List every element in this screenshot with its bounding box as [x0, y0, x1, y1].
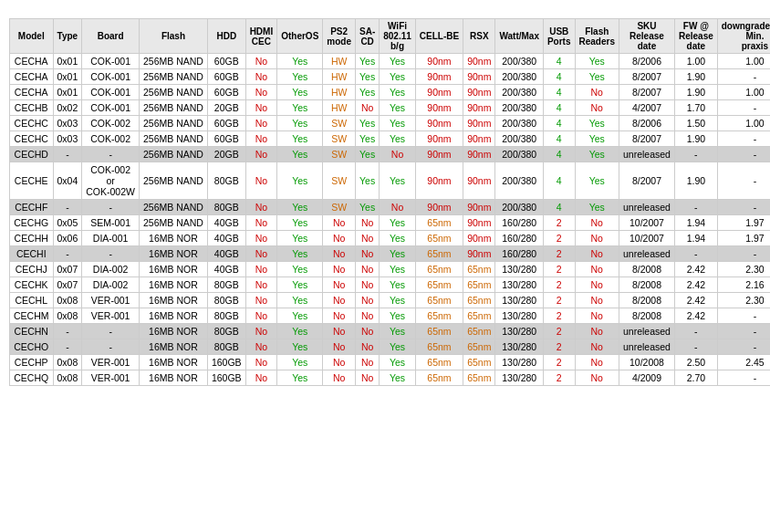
cell-sku_release: 8/2008 [619, 308, 674, 324]
cell-flash_readers: No [575, 277, 619, 293]
cell-model: CECHL [10, 293, 54, 308]
cell-hdmi: No [245, 370, 277, 386]
cell-fw_release: 2.70 [674, 370, 717, 386]
cell-flash_readers: Yes [575, 54, 619, 69]
cell-downgradeable: 2.30 [717, 262, 770, 277]
cell-ps2: HW [323, 54, 356, 69]
cell-hdd: 40GB [207, 262, 245, 277]
cell-sacd: Yes [355, 162, 379, 200]
cell-wifi: No [380, 200, 416, 215]
cell-downgradeable: 2.45 [717, 355, 770, 370]
cell-board: DIA-002 [82, 262, 140, 277]
cell-cell: 90nm [415, 162, 463, 200]
cell-watt: 130/280 [495, 370, 544, 386]
cell-wifi: Yes [380, 277, 416, 293]
cell-hdmi: No [245, 308, 277, 324]
table-row: CECHD--256MB NAND20GBNoYesSWYesNo90nm90n… [10, 147, 771, 162]
cell-fw_release: 1.90 [674, 85, 717, 100]
cell-ps2: No [323, 308, 356, 324]
cell-type: 0x06 [53, 231, 82, 246]
cell-wifi: Yes [380, 339, 416, 355]
cell-hdd: 20GB [207, 100, 245, 116]
cell-model: CECHO [10, 339, 54, 355]
cell-board: COK-001 [82, 85, 140, 100]
cell-rsx: 65nm [463, 293, 495, 308]
cell-otheros: Yes [277, 100, 323, 116]
cell-flash_readers: No [575, 339, 619, 355]
cell-wifi: Yes [380, 100, 416, 116]
cell-cell: 65nm [415, 231, 463, 246]
cell-model: CECHC [10, 131, 54, 147]
cell-hdd: 40GB [207, 246, 245, 262]
col-downgradeable: downgrade­ableMin.praxis [717, 19, 770, 54]
cell-usb: 4 [543, 131, 575, 147]
cell-board: SEM-001 [82, 215, 140, 231]
col-model: Model [10, 19, 54, 54]
cell-hdd: 80GB [207, 162, 245, 200]
cell-flash_readers: Yes [575, 69, 619, 85]
cell-fw_release: 1.50 [674, 116, 717, 131]
cell-hdmi: No [245, 324, 277, 339]
cell-usb: 2 [543, 355, 575, 370]
cell-model: CECHG [10, 215, 54, 231]
cell-usb: 2 [543, 246, 575, 262]
cell-otheros: Yes [277, 69, 323, 85]
cell-type: 0x08 [53, 293, 82, 308]
cell-ps2: SW [323, 147, 356, 162]
table-row: CECHA0x01COK-001256MB NAND60GBNoYesHWYes… [10, 54, 771, 69]
cell-otheros: Yes [277, 324, 323, 339]
cell-usb: 2 [543, 277, 575, 293]
cell-otheros: Yes [277, 308, 323, 324]
cell-downgradeable: - [717, 200, 770, 215]
cell-fw_release: - [674, 339, 717, 355]
cell-flash_readers: No [575, 293, 619, 308]
col-cell: CELL-BE [415, 19, 463, 54]
table-row: CECHI--16MB NOR40GBNoYesNoNoYes65nm90nm1… [10, 246, 771, 262]
cell-board: - [82, 147, 140, 162]
cell-hdmi: No [245, 262, 277, 277]
cell-otheros: Yes [277, 370, 323, 386]
cell-sacd: No [355, 324, 379, 339]
cell-fw_release: 1.94 [674, 215, 717, 231]
cell-wifi: Yes [380, 262, 416, 277]
cell-usb: 2 [543, 231, 575, 246]
cell-hdd: 20GB [207, 147, 245, 162]
cell-usb: 4 [543, 162, 575, 200]
cell-hdmi: No [245, 339, 277, 355]
cell-ps2: No [323, 355, 356, 370]
cell-watt: 130/280 [495, 262, 544, 277]
cell-hdd: 80GB [207, 308, 245, 324]
cell-rsx: 65nm [463, 308, 495, 324]
cell-watt: 130/280 [495, 324, 544, 339]
cell-hdmi: No [245, 69, 277, 85]
cell-fw_release: - [674, 324, 717, 339]
cell-model: CECHP [10, 355, 54, 370]
cell-sacd: No [355, 293, 379, 308]
col-sku-release: SKUReleasedate [619, 19, 674, 54]
cell-downgradeable: 1.97 [717, 231, 770, 246]
cell-fw_release: 1.90 [674, 162, 717, 200]
cell-downgradeable: 1.00 [717, 85, 770, 100]
cell-sacd: No [355, 339, 379, 355]
cell-sku_release: 10/2007 [619, 231, 674, 246]
cell-board: VER-001 [82, 293, 140, 308]
cell-watt: 130/280 [495, 293, 544, 308]
cell-ps2: SW [323, 200, 356, 215]
cell-hdd: 60GB [207, 116, 245, 131]
table-row: CECHJ0x07DIA-00216MB NOR40GBNoYesNoNoYes… [10, 262, 771, 277]
cell-sacd: Yes [355, 69, 379, 85]
cell-model: CECHQ [10, 370, 54, 386]
cell-flash: 256MB NAND [139, 116, 207, 131]
cell-rsx: 90nm [463, 100, 495, 116]
cell-model: CECHC [10, 116, 54, 131]
cell-hdd: 80GB [207, 324, 245, 339]
cell-cell: 90nm [415, 116, 463, 131]
cell-rsx: 65nm [463, 370, 495, 386]
cell-wifi: Yes [380, 308, 416, 324]
cell-otheros: Yes [277, 131, 323, 147]
cell-cell: 65nm [415, 215, 463, 231]
cell-flash: 256MB NAND [139, 69, 207, 85]
cell-flash: 16MB NOR [139, 277, 207, 293]
cell-wifi: Yes [380, 370, 416, 386]
cell-type: - [53, 324, 82, 339]
